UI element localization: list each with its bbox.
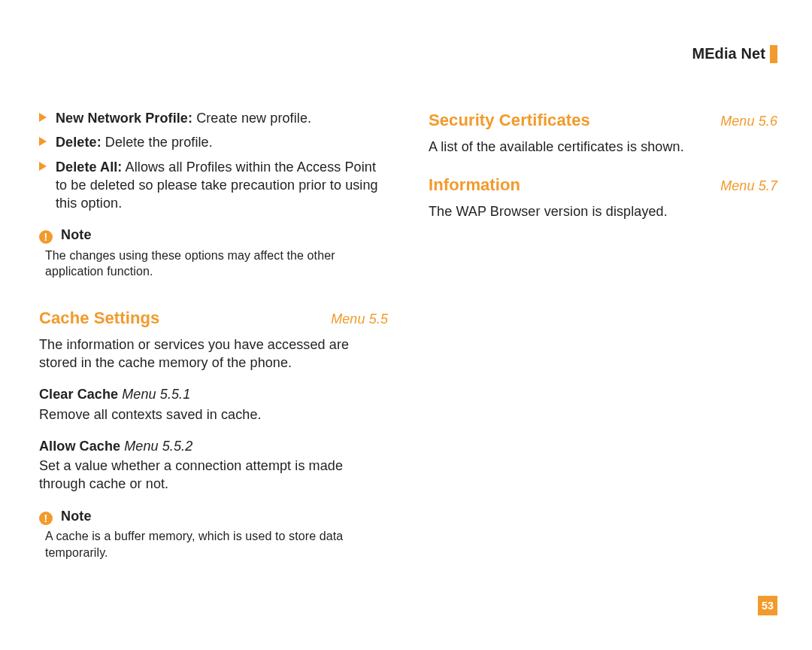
section-heading-cache-settings: Cache Settings Menu 5.5 (39, 307, 388, 330)
subheading-allow-cache: Allow Cache Menu 5.5.2 (39, 437, 388, 455)
section-heading-information: Information Menu 5.7 (429, 174, 777, 196)
two-column-layout: New Network Profile: Create new profile.… (39, 109, 777, 563)
body-text: A list of the available certificates is … (429, 138, 777, 156)
body-text: Set a value whether a connection attempt… (39, 457, 388, 494)
note-text: A cache is a buffer memory, which is use… (45, 528, 388, 560)
body-text: Remove all contexts saved in cache. (39, 405, 388, 424)
note-block: ! Note A cache is a buffer memory, which… (39, 507, 388, 560)
bullet-label: New Network Profile: (56, 111, 192, 126)
heading-title: Cache Settings (39, 307, 159, 330)
list-item: Delete: Delete the profile. (39, 133, 388, 151)
subhead-title: Clear Cache (39, 387, 118, 402)
manual-page: MEdia Net New Network Profile: Create ne… (0, 0, 812, 650)
bullet-text: Create new profile. (192, 111, 311, 126)
body-text: The information or services you have acc… (39, 336, 388, 372)
triangle-bullet-icon (39, 162, 47, 171)
subheading-clear-cache: Clear Cache Menu 5.5.1 (39, 385, 388, 403)
heading-title: Security Certificates (429, 109, 590, 132)
note-text: The changes using these options may affe… (45, 248, 388, 280)
subhead-title: Allow Cache (39, 439, 120, 454)
header-accent-bar (770, 45, 777, 63)
subhead-menu-ref: Menu 5.5.2 (124, 439, 192, 454)
exclamation-icon: ! (39, 230, 53, 244)
heading-menu-ref: Menu 5.5 (331, 310, 388, 328)
heading-menu-ref: Menu 5.6 (720, 112, 777, 130)
header-title: MEdia Net (692, 44, 765, 64)
note-block: ! Note The changes using these options m… (39, 226, 388, 279)
subhead-menu-ref: Menu 5.5.1 (122, 387, 190, 402)
heading-menu-ref: Menu 5.7 (720, 177, 777, 195)
exclamation-icon: ! (39, 512, 53, 525)
list-item: New Network Profile: Create new profile. (39, 109, 388, 127)
triangle-bullet-icon (39, 137, 47, 146)
list-item: Delete All: Allows all Profiles within t… (39, 158, 388, 213)
right-column: Security Certificates Menu 5.6 A list of… (429, 109, 777, 563)
triangle-bullet-icon (39, 113, 47, 122)
left-column: New Network Profile: Create new profile.… (39, 109, 388, 563)
body-text: The WAP Browser version is displayed. (429, 202, 777, 220)
note-title: Note (61, 509, 91, 524)
section-heading-security-certificates: Security Certificates Menu 5.6 (429, 109, 777, 132)
bullet-label: Delete: (56, 135, 102, 150)
profile-options-list: New Network Profile: Create new profile.… (39, 109, 388, 212)
page-number: 53 (758, 596, 777, 615)
bullet-label: Delete All: (56, 159, 122, 175)
heading-title: Information (429, 174, 520, 196)
bullet-text: Delete the profile. (102, 135, 213, 150)
note-title: Note (61, 227, 91, 242)
page-header: MEdia Net (39, 44, 777, 64)
